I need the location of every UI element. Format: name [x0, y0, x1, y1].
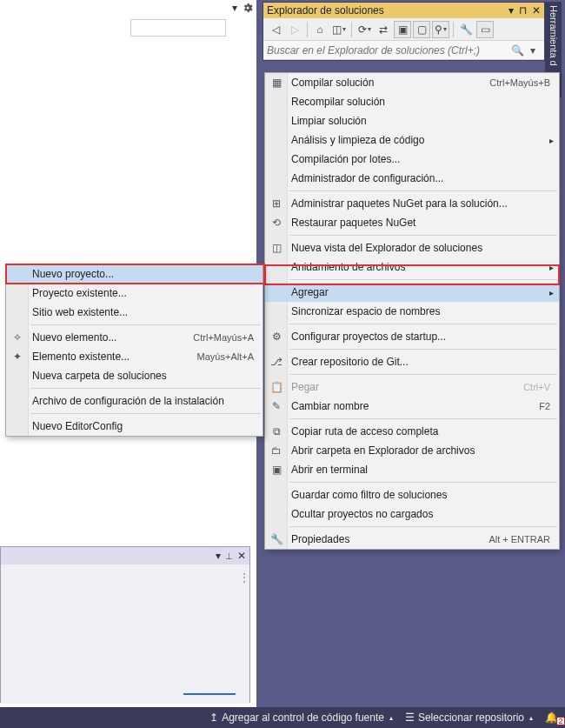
editor-toolstrip: ▾: [225, 0, 256, 16]
close-icon[interactable]: ✕: [532, 4, 541, 17]
menu-open-folder[interactable]: 🗀Abrir carpeta en Explorador de archivos: [265, 441, 559, 460]
collapse-icon[interactable]: ▢: [413, 21, 430, 38]
rename-icon: ✎: [269, 400, 284, 412]
search-icon[interactable]: 🔍: [509, 44, 525, 57]
menu-properties[interactable]: 🔧PropiedadesAlt + ENTRAR: [265, 530, 559, 549]
copy-icon: ⧉: [269, 425, 284, 437]
pin-icon[interactable]: ⊓: [519, 4, 527, 17]
properties-icon[interactable]: 🔧: [457, 21, 475, 38]
editor-placeholder: [130, 19, 226, 37]
menu-add[interactable]: Agregar▸: [265, 283, 559, 302]
solution-context-menu: ▦Compilar soluciónCtrl+Mayús+B Recompila…: [264, 72, 560, 550]
new-view-icon: ◫: [269, 242, 284, 254]
chevron-right-icon: ▸: [549, 136, 554, 145]
show-all-icon[interactable]: ▣: [394, 21, 411, 38]
menu-copy-full-path[interactable]: ⧉Copiar ruta de acceso completa: [265, 422, 559, 441]
add-submenu: Nuevo proyecto... Proyecto existente... …: [5, 264, 263, 437]
source-control-icon: ↥: [209, 711, 218, 724]
menu-save-as-filter[interactable]: Guardar como filtro de soluciones: [265, 485, 559, 504]
close-icon[interactable]: ✕: [237, 550, 246, 562]
app-root: ▾ ▾ ⟂ ✕ ⋮ Explorador de soluciones ▾ ⊓: [0, 0, 565, 728]
submenu-new-solution-folder[interactable]: Nueva carpeta de soluciones: [6, 366, 263, 385]
submenu-new-project[interactable]: Nuevo proyecto...: [6, 264, 263, 284]
menu-paste: 📋PegarCtrl+V: [265, 377, 559, 397]
menu-batch-build[interactable]: Compilación por lotes...: [265, 150, 559, 169]
pending-icon[interactable]: ⇄: [375, 21, 392, 38]
menu-rebuild-solution[interactable]: Recompilar solución: [265, 92, 559, 111]
menu-create-git-repo[interactable]: ⎇Crear repositorio de Git...: [265, 352, 559, 371]
menu-dropdown-icon[interactable]: ▾: [216, 550, 221, 562]
solution-explorer-panel: Explorador de soluciones ▾ ⊓ ✕ ◁ ▷ ⌂ ◫ ⟳…: [263, 2, 545, 61]
menu-startup-projects[interactable]: ⚙Configurar proyectos de startup...: [265, 327, 559, 346]
menu-configuration-manager[interactable]: Administrador de configuración...: [265, 169, 559, 188]
menu-clean-solution[interactable]: Limpiar solución: [265, 111, 559, 130]
git-icon: ⎇: [269, 356, 284, 368]
status-bar: ↥ Agregar al control de código fuente ☰ …: [0, 707, 565, 728]
solution-explorer-titlebar[interactable]: Explorador de soluciones ▾ ⊓ ✕: [263, 3, 544, 18]
new-item-icon: ✧: [10, 331, 25, 344]
search-input[interactable]: [267, 44, 509, 57]
menu-new-solution-view[interactable]: ◫Nueva vista del Explorador de solucione…: [265, 238, 559, 257]
menu-manage-nuget[interactable]: ⊞Administrar paquetes NuGet para la solu…: [265, 194, 559, 213]
menu-rename[interactable]: ✎Cambiar nombreF2: [265, 397, 559, 416]
status-notifications[interactable]: 🔔 2: [545, 711, 558, 724]
chevron-right-icon: ▸: [549, 288, 554, 297]
submenu-existing-website[interactable]: Sitio web existente...: [6, 303, 263, 322]
notification-badge: 2: [556, 717, 565, 725]
wrench-icon: 🔧: [269, 533, 284, 545]
nuget-icon: ⊞: [269, 197, 284, 210]
panel-title: Explorador de soluciones: [267, 4, 384, 17]
solution-search[interactable]: 🔍 ▾: [263, 41, 544, 60]
home-icon[interactable]: ⌂: [311, 21, 329, 38]
status-select-repository[interactable]: ☰ Seleccionar repositorio: [405, 711, 533, 724]
chevron-right-icon: ▸: [549, 263, 554, 272]
scroll-indicator-icon: ⋮: [239, 571, 246, 584]
submenu-new-item[interactable]: ✧Nuevo elemento...Ctrl+Mayús+A: [6, 328, 263, 347]
gear-icon: ⚙: [269, 331, 284, 343]
paste-icon: 📋: [269, 381, 284, 393]
menu-hide-unloaded[interactable]: Ocultar proyectos no cargados: [265, 504, 559, 524]
folder-icon: 🗀: [269, 444, 284, 457]
menu-file-nesting[interactable]: Anidamiento de archivos▸: [265, 257, 559, 277]
existing-item-icon: ✦: [10, 351, 25, 363]
restore-icon: ⟲: [269, 217, 284, 229]
terminal-icon: ▣: [269, 464, 284, 476]
back-icon[interactable]: ◁: [267, 21, 284, 38]
submenu-installation-config[interactable]: Archivo de configuración de la instalaci…: [6, 391, 263, 411]
menu-sync-namespace[interactable]: Sincronizar espacio de nombres: [265, 302, 559, 321]
gear-icon[interactable]: [243, 3, 253, 13]
repo-icon: ☰: [405, 711, 415, 724]
menu-restore-nuget[interactable]: ⟲Restaurar paquetes NuGet: [265, 213, 559, 232]
bottom-panel: ▾ ⟂ ✕ ⋮: [0, 546, 250, 703]
submenu-existing-item[interactable]: ✦Elemento existente...Mayús+Alt+A: [6, 347, 263, 366]
menu-open-terminal[interactable]: ▣Abrir en terminal: [265, 460, 559, 479]
bottom-panel-titlebar: ▾ ⟂ ✕: [1, 547, 249, 564]
submenu-new-editorconfig[interactable]: Nuevo EditorConfig: [6, 417, 263, 436]
sync-icon[interactable]: ⟳: [356, 21, 373, 38]
menu-build-solution[interactable]: ▦Compilar soluciónCtrl+Mayús+B: [265, 73, 559, 92]
pin-icon[interactable]: ⟂: [226, 550, 232, 562]
forward-icon: ▷: [286, 21, 303, 38]
solution-explorer-toolbar: ◁ ▷ ⌂ ◫ ⟳ ⇄ ▣ ▢ ⚲ 🔧 ▭: [263, 18, 544, 41]
dropdown-icon[interactable]: ▾: [232, 2, 237, 14]
submenu-existing-project[interactable]: Proyecto existente...: [6, 284, 263, 303]
filter-icon[interactable]: ⚲: [432, 21, 449, 38]
status-add-source-control[interactable]: ↥ Agregar al control de código fuente: [209, 711, 393, 724]
switch-view-icon[interactable]: ◫: [330, 21, 348, 38]
search-dropdown-icon[interactable]: ▾: [525, 44, 541, 57]
menu-dropdown-icon[interactable]: ▾: [508, 4, 514, 17]
build-icon: ▦: [269, 77, 284, 89]
menu-code-analysis[interactable]: Análisis y limpieza de código▸: [265, 130, 559, 150]
bottom-panel-body: [1, 564, 249, 704]
preview-icon[interactable]: ▭: [476, 21, 494, 38]
